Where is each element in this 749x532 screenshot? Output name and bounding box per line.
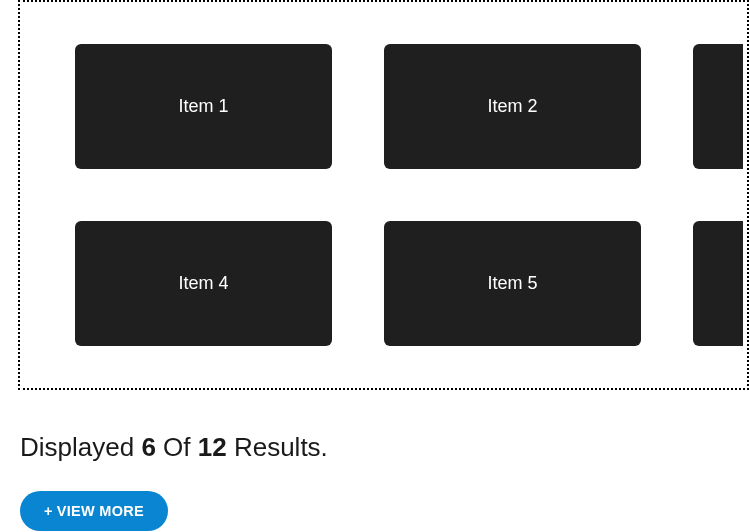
results-total-count: 12: [198, 432, 227, 462]
grid-item-label: Item 5: [487, 273, 537, 294]
plus-icon: +: [44, 503, 53, 519]
page-container: Item 1 Item 2 Item 3 Item 4 Item 5 Item …: [0, 0, 749, 532]
items-grid-wrapper: Item 1 Item 2 Item 3 Item 4 Item 5 Item …: [18, 0, 749, 390]
results-summary: Displayed 6 Of 12 Results.: [20, 432, 749, 463]
grid-item[interactable]: Item 2: [384, 44, 641, 169]
grid-item[interactable]: Item 4: [75, 221, 332, 346]
grid-item-label: Item 2: [487, 96, 537, 117]
grid-item[interactable]: Item 6: [693, 221, 743, 346]
results-displayed-count: 6: [141, 432, 155, 462]
grid-item-label: Item 4: [178, 273, 228, 294]
items-grid: Item 1 Item 2 Item 3 Item 4 Item 5 Item …: [75, 44, 747, 346]
grid-item[interactable]: Item 5: [384, 221, 641, 346]
grid-item-label: Item 1: [178, 96, 228, 117]
grid-item[interactable]: Item 1: [75, 44, 332, 169]
view-more-button[interactable]: + VIEW MORE: [20, 491, 168, 531]
grid-item[interactable]: Item 3: [693, 44, 743, 169]
results-middle: Of: [156, 432, 198, 462]
results-suffix: Results.: [227, 432, 328, 462]
results-prefix: Displayed: [20, 432, 141, 462]
view-more-label: VIEW MORE: [57, 503, 144, 519]
